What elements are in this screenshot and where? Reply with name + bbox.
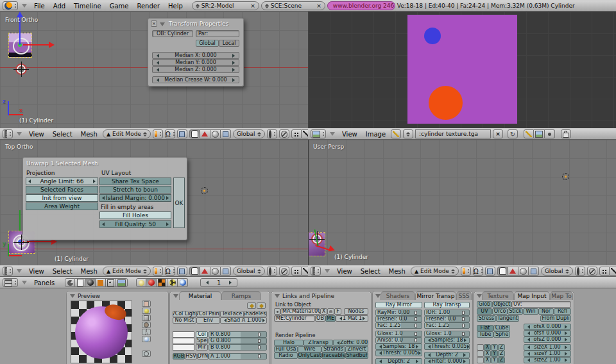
preview-monkey-button[interactable] xyxy=(142,322,151,328)
g-slider[interactable]: G 0.800 xyxy=(209,338,267,344)
depth-tra-field[interactable]: Depth: 2 xyxy=(424,352,470,358)
mode-dropdown[interactable]: ▲Edit Mode xyxy=(103,267,151,276)
uv-dot-button[interactable] xyxy=(545,129,555,138)
axis-z2-toggle[interactable]: Z xyxy=(498,351,505,357)
draw-mode-dropdown[interactable] xyxy=(461,267,471,276)
panel-collapse-icon[interactable] xyxy=(160,22,165,26)
fac-mir-slider[interactable]: Fac: 1.25 xyxy=(375,322,422,329)
editor-type-button[interactable] xyxy=(3,278,18,287)
texface-toggle[interactable]: TexFace xyxy=(220,311,244,317)
editing-context-button[interactable] xyxy=(106,278,116,287)
preview-hair-button[interactable] xyxy=(142,329,151,335)
color-swatch-mir[interactable] xyxy=(173,344,194,351)
viewport-type-button[interactable] xyxy=(3,129,13,138)
no-mist-toggle[interactable]: No Mist xyxy=(173,317,196,324)
image-name-field[interactable]: :cylinder texture.tga xyxy=(415,129,491,138)
image-reload-button[interactable]: ↻ xyxy=(508,129,518,138)
manipulator-rotate-button[interactable] xyxy=(518,267,529,276)
snap-button[interactable] xyxy=(587,267,597,276)
onlycast-toggle[interactable]: OnlyCast xyxy=(298,352,321,359)
radiosity-buttons-button[interactable] xyxy=(167,278,178,287)
uv-pencil-button[interactable] xyxy=(524,129,534,138)
vertex-select-button[interactable] xyxy=(291,129,302,138)
menu-view[interactable]: View xyxy=(339,131,361,138)
menu-render[interactable]: Render xyxy=(133,3,163,10)
mir-button[interactable]: Mir xyxy=(196,344,208,351)
pivot-dropdown[interactable]: Ω xyxy=(473,267,483,276)
stress-toggle[interactable]: Stress xyxy=(477,315,496,322)
glob-toggle[interactable]: Glob xyxy=(477,301,492,308)
filter-field[interactable]: Filter: 0.000 xyxy=(424,358,470,364)
sizey-field[interactable]: sizeY 1.00 xyxy=(524,351,571,357)
r-slider[interactable]: R 0.800 xyxy=(209,331,267,338)
panel-close-button[interactable]: × xyxy=(151,21,157,27)
object-toggle[interactable]: Object xyxy=(492,301,511,308)
col-button[interactable]: Col xyxy=(196,331,208,338)
pivot-dropdown[interactable]: Ω xyxy=(165,129,175,138)
snap-button[interactable] xyxy=(279,129,289,138)
manipulator-hand-button[interactable] xyxy=(189,267,200,276)
proportional-edit-dropdown[interactable] xyxy=(575,267,585,276)
vertex-select-button[interactable] xyxy=(291,267,302,276)
axis-x3-toggle[interactable]: X xyxy=(484,357,491,363)
texture-image[interactable] xyxy=(407,15,517,124)
menu-view[interactable]: View xyxy=(26,131,47,138)
axis-blank-1[interactable] xyxy=(477,344,484,351)
axis-z1-toggle[interactable]: Z xyxy=(498,344,505,351)
axis-y2-toggle[interactable]: Y xyxy=(491,351,498,357)
collapse-menus-icon[interactable] xyxy=(325,269,330,273)
shadbuf-toggle[interactable]: Shadbuf xyxy=(345,352,368,359)
axis-blank-3[interactable] xyxy=(477,357,484,363)
fill-quality-slider[interactable]: Fill Quality: 50 xyxy=(99,220,171,228)
menu-file[interactable]: File xyxy=(31,3,48,10)
raymir-slider[interactable]: RayMir: 0.00 xyxy=(375,310,422,316)
x-manipulator-arrow[interactable] xyxy=(23,44,50,46)
alpha-slider[interactable]: A 1.000 xyxy=(209,353,267,360)
preview-flat-button[interactable] xyxy=(142,301,151,307)
refl-toggle[interactable]: Refl xyxy=(554,308,571,315)
draw-mode-dropdown[interactable] xyxy=(153,129,163,138)
vcol-paint-toggle[interactable]: VCol Paint xyxy=(196,311,220,317)
manipulator-rotate-button[interactable] xyxy=(210,129,221,138)
sizez-field[interactable]: sizeZ 1.00 xyxy=(524,357,571,363)
collapse-menus-icon[interactable] xyxy=(17,269,22,273)
panel-collapse-icon[interactable] xyxy=(173,294,178,298)
ofsz-field[interactable]: ofsZ 0.000 xyxy=(524,336,571,343)
tab-map-to[interactable]: Map To xyxy=(550,292,573,300)
material-star-button-1[interactable] xyxy=(247,302,256,309)
orientation-dropdown[interactable]: Global xyxy=(233,267,265,276)
material-buttons-button[interactable] xyxy=(146,278,157,287)
median-z-slider[interactable]: Median Z: 0.000 xyxy=(152,66,239,73)
proportional-edit-dropdown[interactable] xyxy=(267,267,277,276)
uv-name-field[interactable]: UV: xyxy=(511,301,571,308)
manipulator-rotate-button[interactable] xyxy=(210,267,221,276)
image-browse-button[interactable] xyxy=(391,129,401,138)
menu-view[interactable]: View xyxy=(26,268,47,275)
collapse-menus-icon[interactable] xyxy=(22,4,27,8)
menu-game[interactable]: Game xyxy=(107,3,132,10)
tab-texture[interactable]: Texture xyxy=(482,292,514,300)
env-toggle[interactable]: Env xyxy=(196,317,220,324)
nor-toggle[interactable]: Nor xyxy=(538,308,554,315)
window-type-button[interactable] xyxy=(3,1,18,10)
manipulator-scale-button[interactable] xyxy=(529,267,539,276)
manipulator-translate-button[interactable] xyxy=(200,129,210,138)
close-icon[interactable]: × xyxy=(250,3,255,9)
depth-mir-field[interactable]: Depth: 2 xyxy=(375,358,422,364)
manipulator-hand-button[interactable] xyxy=(189,129,200,138)
menu-help[interactable]: Help xyxy=(165,3,186,10)
sizex-field[interactable]: sizeX 1.00 xyxy=(524,344,571,351)
rgb-toggle[interactable]: RGB xyxy=(173,353,185,360)
halo-toggle[interactable]: Halo xyxy=(274,340,304,346)
version-link[interactable]: www.blender.org 246 xyxy=(327,1,395,10)
strands-toggle[interactable]: Strands xyxy=(321,346,345,352)
ob-toggle[interactable]: OB xyxy=(315,315,325,322)
orientation-dropdown[interactable]: Global xyxy=(541,267,573,276)
viewport-user[interactable]: User Persp (1) Cylinder xyxy=(308,140,616,265)
vcol-light-toggle[interactable]: VCol Light xyxy=(173,311,196,317)
viewport-type-button[interactable] xyxy=(311,267,321,276)
parent-field[interactable]: Par: xyxy=(196,30,239,37)
median-crease-slider[interactable]: Median Crease W: 0.000 xyxy=(152,76,239,83)
material-id-field[interactable]: MA:Material.001 xyxy=(280,308,320,315)
ztransp-toggle[interactable]: ZTransp xyxy=(304,340,333,346)
